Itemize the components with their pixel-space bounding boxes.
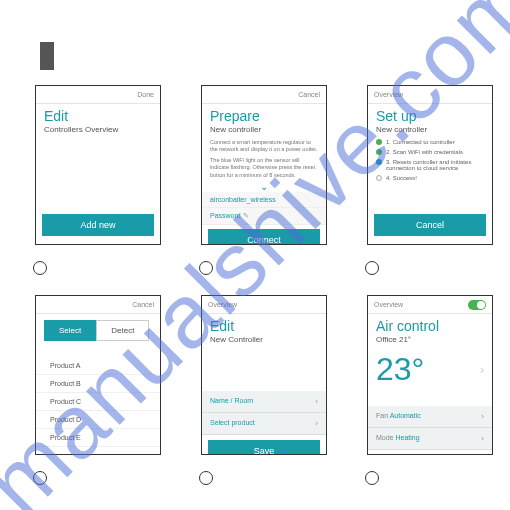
power-toggle[interactable] xyxy=(468,300,486,310)
list-item[interactable]: Product D xyxy=(36,411,160,429)
screen-prepare: Cancel Prepare New controller Connect a … xyxy=(201,85,327,245)
ssid-input[interactable]: airconbaiter_wireless xyxy=(202,192,326,208)
screen-edit-controller: Overview Edit New Controller Name / Room… xyxy=(201,295,327,455)
screen-edit-overview: Done Edit Controllers Overview Add new xyxy=(35,85,161,245)
password-input[interactable]: Password ✎ xyxy=(202,208,326,225)
title: Air control xyxy=(368,314,492,334)
list-item[interactable]: Product B xyxy=(36,375,160,393)
step-indicator xyxy=(199,471,213,485)
title: Set up xyxy=(368,104,492,124)
step-indicator xyxy=(199,261,213,275)
header: Done xyxy=(36,86,160,104)
mode-row[interactable]: Mode Heating› xyxy=(368,428,492,450)
screen-setup: Overview Set up New controller 1. Connec… xyxy=(367,85,493,245)
overview-link[interactable]: Overview xyxy=(374,91,403,98)
screens-grid: Done Edit Controllers Overview Add new C… xyxy=(35,85,510,485)
tab-select[interactable]: Select xyxy=(44,320,96,341)
step-indicator xyxy=(365,261,379,275)
instruction-2: The blue WiFi light on the sensor will i… xyxy=(202,155,326,180)
add-new-button[interactable]: Add new xyxy=(42,214,154,236)
step-4: 4. Success! xyxy=(368,173,492,183)
overview-link[interactable]: Overview xyxy=(374,301,403,308)
screen-select: Cancel Select Detect Product A Product B… xyxy=(35,295,161,455)
cancel-link[interactable]: Cancel xyxy=(132,301,154,308)
step-indicator xyxy=(33,471,47,485)
list-item[interactable]: Product A xyxy=(36,357,160,375)
chevron-right-icon: › xyxy=(481,434,484,443)
subtitle: Office 21° xyxy=(368,334,492,347)
cancel-button[interactable]: Cancel xyxy=(374,214,486,236)
subtitle: New Controller xyxy=(202,334,326,347)
step-indicator xyxy=(365,471,379,485)
list-item[interactable]: Product E xyxy=(36,429,160,447)
tabs: Select Detect xyxy=(36,314,160,347)
temperature-display: 23° xyxy=(368,347,432,392)
subtitle: Controllers Overview xyxy=(36,124,160,137)
header: Overview xyxy=(368,86,492,104)
done-link[interactable]: Done xyxy=(137,91,154,98)
step-3: 3. Resets controller and initiates conne… xyxy=(368,157,492,173)
name-room-row[interactable]: Name / Room› xyxy=(202,391,326,413)
chevron-right-icon: › xyxy=(481,412,484,421)
header: Overview xyxy=(368,296,492,314)
chevron-right-icon: › xyxy=(315,397,318,406)
subtitle: New controller xyxy=(368,124,492,137)
fan-row[interactable]: Fan Automatic› xyxy=(368,406,492,428)
list-item[interactable]: Product C xyxy=(36,393,160,411)
step-1: 1. Connected to controller xyxy=(368,137,492,147)
connect-button[interactable]: Connect xyxy=(208,229,320,245)
title: Edit xyxy=(202,314,326,334)
save-button[interactable]: Save xyxy=(208,440,320,455)
select-product-row[interactable]: Select product› xyxy=(202,413,326,435)
chevron-right-icon: › xyxy=(315,419,318,428)
cancel-link[interactable]: Cancel xyxy=(298,91,320,98)
step-2: 2. Scan WiFi with credentials xyxy=(368,147,492,157)
screen-air-control: Overview Air control Office 21° 23° › Fa… xyxy=(367,295,493,455)
overview-link[interactable]: Overview xyxy=(208,301,237,308)
step-indicator xyxy=(33,261,47,275)
chevron-right-icon[interactable]: › xyxy=(480,363,484,377)
title: Edit xyxy=(36,104,160,124)
instruction-1: Connect a smart temperature regulator to… xyxy=(202,137,326,155)
header: Overview xyxy=(202,296,326,314)
title: Prepare xyxy=(202,104,326,124)
page-stub xyxy=(40,42,54,70)
header: Cancel xyxy=(36,296,160,314)
tab-detect[interactable]: Detect xyxy=(96,320,149,341)
chevron-down-icon: ⌄ xyxy=(202,181,326,192)
header: Cancel xyxy=(202,86,326,104)
subtitle: New controller xyxy=(202,124,326,137)
